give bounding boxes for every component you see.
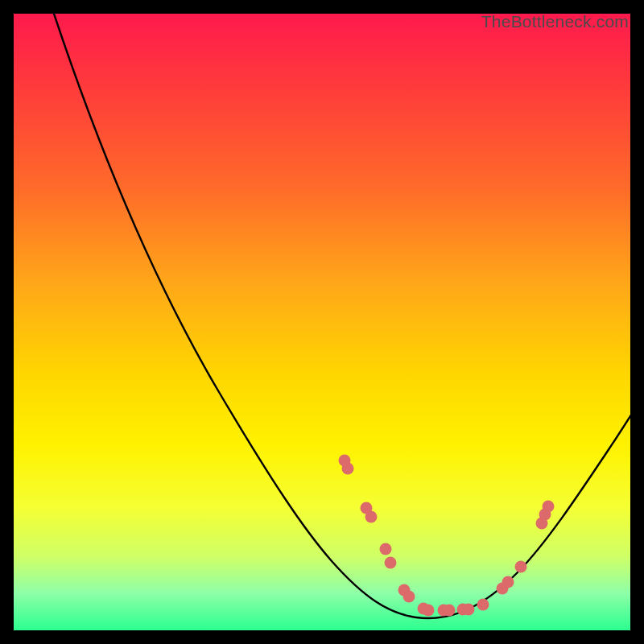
data-point	[515, 561, 527, 573]
data-point	[365, 511, 378, 523]
data-point	[342, 463, 354, 475]
data-point	[444, 605, 456, 617]
data-point	[385, 557, 397, 569]
data-point	[380, 543, 392, 555]
data-point	[502, 576, 514, 588]
marker-group	[339, 455, 555, 617]
chart-frame: TheBottleneck.com	[14, 14, 630, 630]
data-point	[543, 501, 555, 513]
data-point	[403, 591, 415, 603]
watermark-text: TheBottleneck.com	[481, 12, 629, 31]
chart-plot	[14, 14, 630, 630]
data-point	[423, 605, 435, 617]
data-point	[477, 599, 489, 611]
data-point	[463, 604, 475, 616]
